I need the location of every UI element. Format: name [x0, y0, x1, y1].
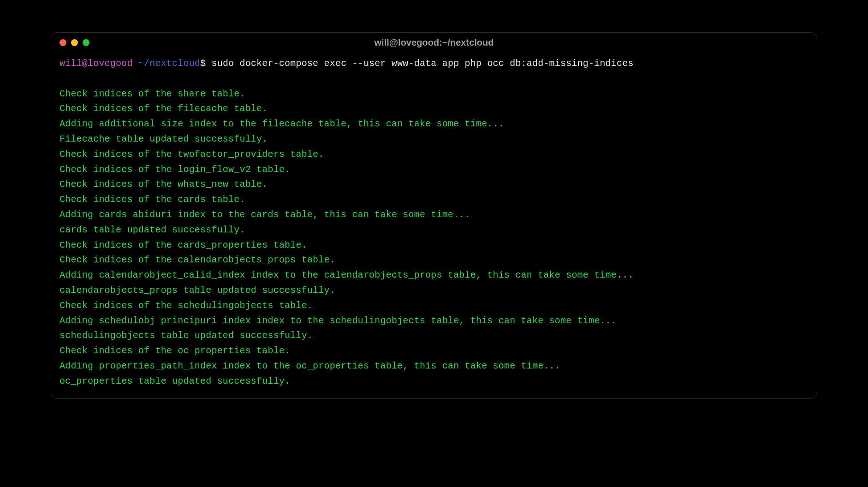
output-line: oc_properties table updated successfully… [59, 374, 809, 389]
blank-line [59, 71, 809, 87]
output-line: Filecache table updated successfully. [59, 132, 809, 147]
maximize-icon[interactable] [83, 39, 89, 46]
output-line: Check indices of the schedulingobjects t… [59, 298, 809, 314]
prompt-dollar: $ [200, 58, 206, 69]
prompt-line: will@lovegood ~/nextcloud$ sudo docker-c… [59, 56, 809, 71]
output-line: Check indices of the share table. [59, 87, 809, 102]
output-line: Check indices of the filecache table. [59, 101, 809, 117]
prompt-path: ~/nextcloud [138, 58, 200, 69]
traffic-lights [59, 39, 89, 46]
output-line: Adding calendarobject_calid_index index … [59, 268, 809, 283]
window-title: will@lovegood:~/nextcloud [375, 37, 494, 48]
output-line: Check indices of the twofactor_providers… [59, 147, 809, 162]
prompt-command: sudo docker-compose exec --user www-data… [211, 58, 633, 69]
output-line: Adding properties_path_index index to th… [59, 359, 809, 374]
output-line: calendarobjects_props table updated succ… [59, 283, 809, 298]
output-line: Adding cards_abiduri index to the cards … [59, 208, 809, 223]
output-line: schedulingobjects table updated successf… [59, 328, 809, 344]
terminal-body[interactable]: will@lovegood ~/nextcloud$ sudo docker-c… [51, 53, 817, 398]
output-line: Adding additional size index to the file… [59, 117, 809, 132]
output-line: Adding schedulobj_principuri_index index… [59, 314, 809, 329]
output-line: Check indices of the whats_new table. [59, 177, 809, 192]
prompt-user: will@lovegood [59, 58, 133, 69]
output-line: Check indices of the cards_properties ta… [59, 238, 809, 253]
terminal-window: will@lovegood:~/nextcloud will@lovegood … [51, 32, 817, 399]
minimize-icon[interactable] [71, 39, 78, 46]
output-line: Check indices of the calendarobjects_pro… [59, 253, 809, 268]
close-icon[interactable] [59, 39, 66, 46]
output-line: Check indices of the oc_properties table… [59, 344, 809, 359]
output-line: cards table updated successfully. [59, 223, 809, 238]
output-line: Check indices of the cards table. [59, 192, 809, 208]
title-bar: will@lovegood:~/nextcloud [51, 33, 817, 53]
output-container: Check indices of the share table.Check i… [59, 87, 809, 389]
output-line: Check indices of the login_flow_v2 table… [59, 162, 809, 178]
